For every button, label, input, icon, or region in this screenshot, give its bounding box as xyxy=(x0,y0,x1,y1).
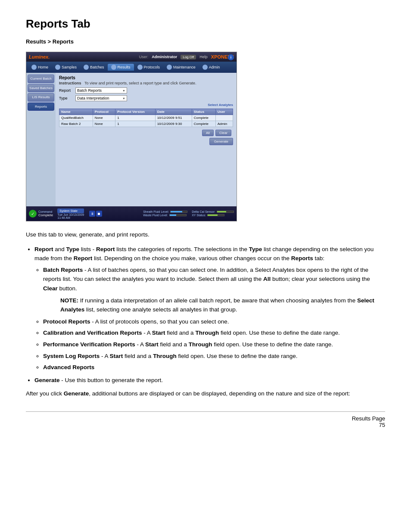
nav-bar: Home Samples Batches Results Protocols M… xyxy=(26,62,237,73)
system-date: Tue Jun 10/13/2009 xyxy=(57,213,84,216)
fluid-levels: Sheath Fluid Level: Waste Fluid Level: xyxy=(143,210,187,217)
generate-area: Generate xyxy=(59,138,233,145)
logo-text: Luminex. xyxy=(29,54,50,59)
sheath-fluid-row: Sheath Fluid Level: xyxy=(143,210,187,213)
type-value: Data Interpretation xyxy=(77,96,109,100)
bullet-report-type: Report and Type lists - Report lists the… xyxy=(34,245,385,372)
nav-samples-label: Samples xyxy=(62,65,77,69)
sidebar-lis-results[interactable]: LIS Results xyxy=(28,93,54,102)
nav-batches[interactable]: Batches xyxy=(80,64,108,71)
type-label: Type xyxy=(59,96,75,100)
advanced-reports-bold: Advanced Reports xyxy=(43,364,94,370)
row1-user xyxy=(215,115,233,121)
command-label: Command xyxy=(38,210,53,213)
report-dropdown-arrow: ▼ xyxy=(122,89,125,92)
perf-reports-bold: Performance Verification Reports xyxy=(43,341,135,348)
sidebar-current-batch[interactable]: Current Batch xyxy=(28,75,54,83)
waste-fluid-label: Waste Fluid Level: xyxy=(143,214,168,217)
user-name: Administrator xyxy=(152,55,177,59)
stop-button[interactable]: ⏹ xyxy=(96,211,102,217)
sub-bullet-cal: Calibration and Verification Reports - A… xyxy=(43,328,385,338)
instructions-text: To view and print reports, select a repo… xyxy=(84,81,196,85)
app-main: Current Batch Saved Batches LIS Results … xyxy=(26,73,237,206)
help-button[interactable]: Help xyxy=(199,55,208,59)
start-bold1: Start xyxy=(152,330,165,336)
row2-protocol: None xyxy=(93,121,115,127)
delta-cal-bar xyxy=(217,211,234,213)
clear-button[interactable]: Clear xyxy=(215,130,231,136)
nav-results-label: Results xyxy=(118,65,131,69)
bullet1-bold6: Reports xyxy=(291,255,313,261)
bullet1-bold5: Report xyxy=(74,255,93,261)
xy-status-row: XY Status: xyxy=(192,214,234,217)
delta-cal-row: Delta Cal Sensor: xyxy=(192,210,234,213)
breadcrumb-parent: Results xyxy=(26,38,46,45)
sidebar-reports[interactable]: Reports xyxy=(28,103,54,111)
row2-version: 1 xyxy=(115,121,155,127)
through-bold2: Through xyxy=(189,341,212,348)
nav-results[interactable]: Results xyxy=(108,64,134,71)
footer-text: Results Page 75 xyxy=(352,415,385,428)
note-block: NOTE: If running a data interpretation o… xyxy=(60,296,385,314)
report-label: Report xyxy=(59,88,75,93)
select-analytes-label[interactable]: Select Analytes xyxy=(208,103,233,107)
sidebar: Current Batch Saved Batches LIS Results … xyxy=(26,73,56,206)
table-row[interactable]: Raw Batch 2 None 1 10/12/2009 9:30 Compl… xyxy=(59,121,233,127)
batch-reports-bold: Batch Reports xyxy=(43,267,83,273)
col-status: Status xyxy=(192,109,215,115)
sub-bullet-batch: Batch Reports - A list of batches opens,… xyxy=(43,265,385,314)
note-label: NOTE: xyxy=(60,297,78,304)
page-title: Reports Tab xyxy=(26,17,385,31)
generate-button[interactable]: Generate xyxy=(209,138,233,145)
batches-icon xyxy=(84,65,89,70)
row1-protocol: None xyxy=(93,115,115,121)
waste-fluid-row: Waste Fluid Level: xyxy=(143,214,187,217)
status-ok-icon: ✓ xyxy=(29,210,37,218)
through-bold3: Through xyxy=(153,353,177,359)
after-generate-text: After you click Generate, additional but… xyxy=(26,389,385,398)
system-time: 11:48 AM xyxy=(57,216,84,219)
home-icon xyxy=(31,65,37,70)
pause-button[interactable]: ⏸ xyxy=(89,211,95,217)
protocol-reports-bold: Protocol Reports xyxy=(43,318,90,325)
start-bold2: Start xyxy=(145,341,159,348)
bullet1-bold1: Report xyxy=(34,246,53,252)
nav-maintenance[interactable]: Maintenance xyxy=(163,64,199,71)
nav-samples[interactable]: Samples xyxy=(52,64,80,71)
system-status-block: System State Tue Jun 10/13/2009 11:48 AM xyxy=(57,208,84,219)
table-row[interactable]: QualifiedBatch None 1 10/12/2009 9:51 Co… xyxy=(59,115,233,121)
waste-fluid-bar xyxy=(169,214,187,216)
table-header-row: Select Analytes xyxy=(59,103,233,107)
sub-bullet-advanced: Advanced Reports xyxy=(43,363,385,372)
samples-icon xyxy=(55,65,60,70)
sidebar-saved-batches[interactable]: Saved Batches xyxy=(28,84,54,93)
logoff-button[interactable]: Log Off xyxy=(181,55,196,59)
row2-user: Admin xyxy=(215,121,233,127)
instructions-label: Instructions xyxy=(59,81,83,85)
nav-admin[interactable]: Admin xyxy=(199,64,224,71)
col-user: User xyxy=(215,109,233,115)
row1-date: 10/12/2009 9:51 xyxy=(155,115,192,121)
row1-name: QualifiedBatch xyxy=(59,115,93,121)
command-value: Complete xyxy=(38,213,53,217)
through-bold1: Through xyxy=(195,330,219,336)
nav-protocols[interactable]: Protocols xyxy=(134,64,164,71)
bottom-buttons: All Clear xyxy=(59,130,233,136)
row2-name: Raw Batch 2 xyxy=(59,121,93,127)
status-left: ✓ Command Complete System State Tue Jun … xyxy=(29,208,102,219)
bullet1-bold2: Type xyxy=(66,246,80,252)
sensor-status: Delta Cal Sensor: XY Status: xyxy=(192,210,234,217)
nav-home[interactable]: Home xyxy=(28,64,52,71)
all-button[interactable]: All xyxy=(202,130,214,136)
footer-label: Results Page xyxy=(352,415,385,422)
type-select[interactable]: Data Interpretation ▼ xyxy=(75,95,127,101)
nav-admin-label: Admin xyxy=(209,65,220,69)
report-select[interactable]: Batch Reports ▼ xyxy=(75,87,127,93)
page-footer: Results Page 75 xyxy=(26,411,385,428)
sub-bullet-perf: Performance Verification Reports - A Sta… xyxy=(43,340,385,349)
data-table: Name Protocol Protocol Version Date Stat… xyxy=(59,109,233,127)
play-controls: ⏸ ⏹ xyxy=(89,211,102,217)
nav-protocols-label: Protocols xyxy=(144,65,160,69)
status-bar: ✓ Command Complete System State Tue Jun … xyxy=(26,206,237,221)
info-icon[interactable]: i xyxy=(228,54,234,60)
